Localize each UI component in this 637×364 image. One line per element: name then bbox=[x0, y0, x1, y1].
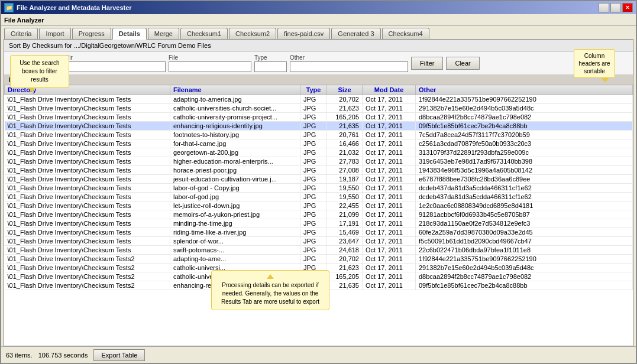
table-cell: JPG bbox=[300, 228, 327, 237]
table-cell: JPG bbox=[300, 175, 327, 184]
table-cell: Oct 17, 2011 bbox=[363, 113, 416, 122]
table-row: \01_Flash Drive Inventory\Checksum Tests… bbox=[5, 113, 633, 122]
table-cell: Oct 17, 2011 bbox=[363, 122, 416, 131]
tab-checksum1[interactable]: Checksum1 bbox=[180, 28, 228, 39]
tabs-bar: Criteria Import Progress Details Merge C… bbox=[1, 26, 636, 39]
table-cell: 19,187 bbox=[327, 175, 363, 184]
tab-checksum2[interactable]: Checksum2 bbox=[229, 28, 276, 39]
file-input[interactable] bbox=[169, 61, 251, 72]
filter-button[interactable]: Filter bbox=[411, 57, 443, 70]
export-table-button[interactable]: Export Table bbox=[93, 349, 145, 361]
table-cell: 165,205 bbox=[327, 272, 363, 281]
table-row: \01_Flash Drive Inventory\Checksum Tests… bbox=[5, 157, 633, 166]
table-cell: higher-education-moral-enterpris... bbox=[170, 157, 300, 166]
table-cell: 19,550 bbox=[327, 184, 363, 193]
table-cell: \01_Flash Drive Inventory\Checksum Tests bbox=[5, 104, 170, 113]
column-hint-arrow bbox=[602, 78, 609, 83]
table-cell: horace-priest-poor.jpg bbox=[170, 166, 300, 175]
table-row: \01_Flash Drive Inventory\Checksum Tests… bbox=[5, 237, 633, 246]
seconds-text: 106.753 seconds bbox=[38, 352, 88, 359]
dir-label: Dir bbox=[65, 54, 73, 61]
items-count: 63 items. bbox=[6, 352, 33, 359]
col-header-other[interactable]: Other bbox=[416, 85, 633, 95]
table-cell: memoirs-of-a-yukon-priest.jpg bbox=[170, 210, 300, 219]
tab-merge[interactable]: Merge bbox=[148, 28, 179, 39]
table-cell: 1e2c0aac6c08808349dcd6895e8d4181 bbox=[416, 202, 633, 210]
file-filter-group: File bbox=[169, 54, 251, 72]
table-cell: \01_Flash Drive Inventory\Checksum Tests bbox=[5, 122, 170, 131]
table-row: \01_Flash Drive Inventory\Checksum Tests… bbox=[5, 210, 633, 219]
close-button[interactable]: ✕ bbox=[622, 3, 633, 12]
col-header-directory[interactable]: Directory bbox=[5, 85, 170, 95]
table-cell: \01_Flash Drive Inventory\Checksum Tests bbox=[5, 184, 170, 193]
table-cell: Oct 17, 2011 bbox=[363, 219, 416, 228]
data-table: Directory Filename Type Size Mod Date Ot… bbox=[4, 84, 633, 290]
type-label: Type bbox=[254, 54, 267, 61]
table-cell: f5c50091b61dd1bd2090cbd49667cb47 bbox=[416, 237, 633, 246]
table-cell: \01_Flash Drive Inventory\Checksum Tests bbox=[5, 193, 170, 202]
table-cell: 3131079f37d22891f293dbfa259e009c bbox=[416, 148, 633, 157]
tab-checksum4[interactable]: Checksum4 bbox=[382, 28, 429, 39]
table-cell: 20,702 bbox=[327, 255, 363, 264]
table-row: \01_Flash Drive Inventory\Checksum Tests… bbox=[5, 219, 633, 228]
table-cell: jesuit-education-cultivation-virtue.j... bbox=[170, 175, 300, 184]
type-input[interactable] bbox=[254, 61, 287, 72]
tab-generated3[interactable]: Generated 3 bbox=[331, 28, 380, 39]
table-cell: catholic-university-promise-project... bbox=[170, 113, 300, 122]
table-cell: Oct 17, 2011 bbox=[363, 193, 416, 202]
table-cell: 22c6b022471b06dbda97bfea1f1011e8 bbox=[416, 246, 633, 255]
other-input[interactable] bbox=[290, 61, 408, 72]
tab-import[interactable]: Import bbox=[39, 28, 70, 39]
tab-criteria[interactable]: Criteria bbox=[4, 28, 38, 39]
table-cell: JPG bbox=[300, 237, 327, 246]
col-header-filename[interactable]: Filename bbox=[170, 85, 300, 95]
table-cell: 21,099 bbox=[327, 210, 363, 219]
table-cell: Oct 17, 2011 bbox=[363, 210, 416, 219]
col-header-moddate[interactable]: Mod Date bbox=[363, 85, 416, 95]
table-row: \01_Flash Drive Inventory\Checksum Tests… bbox=[5, 264, 633, 272]
details-label: Details bbox=[4, 75, 633, 84]
minimize-button[interactable]: _ bbox=[599, 3, 609, 12]
tab-fines-paid[interactable]: fines-paid.csv bbox=[277, 28, 330, 39]
table-cell: 1943834e96f53d5c1996a4a605b08142 bbox=[416, 166, 633, 175]
dir-filter-group: Dir bbox=[65, 54, 166, 72]
table-cell: \01_Flash Drive Inventory\Checksum Tests bbox=[5, 202, 170, 210]
table-cell: JPG bbox=[300, 264, 327, 272]
table-cell: \01_Flash Drive Inventory\Checksum Tests bbox=[5, 219, 170, 228]
dir-input[interactable] bbox=[65, 61, 166, 72]
maximize-button[interactable]: □ bbox=[610, 3, 621, 12]
table-cell: Oct 17, 2011 bbox=[363, 237, 416, 246]
table-cell: JPG bbox=[300, 131, 327, 139]
title-bar: 📁 File Analyzer and Metadata Harvester _… bbox=[1, 1, 636, 14]
tab-details[interactable]: Details bbox=[112, 28, 147, 40]
table-cell: JPG bbox=[300, 193, 327, 202]
table-cell: let-justice-roll-down.jpg bbox=[170, 202, 300, 210]
table-cell: JPG bbox=[300, 281, 327, 290]
table-row: \01_Flash Drive Inventory\Checksum Tests… bbox=[5, 255, 633, 264]
table-cell: catholic-universit... bbox=[170, 272, 300, 281]
clear-button[interactable]: Clear bbox=[446, 57, 479, 70]
table-cell: Oct 17, 2011 bbox=[363, 246, 416, 255]
table-container[interactable]: Directory Filename Type Size Mod Date Ot… bbox=[4, 84, 633, 346]
table-row: \01_Flash Drive Inventory\Checksum Tests… bbox=[5, 281, 633, 290]
col-header-size[interactable]: Size bbox=[327, 85, 363, 95]
table-row: \01_Flash Drive Inventory\Checksum Tests… bbox=[5, 184, 633, 193]
table-cell: 1f92844e221a335751be9097662252190 bbox=[416, 95, 633, 104]
table-row: \01_Flash Drive Inventory\Checksum Tests… bbox=[5, 122, 633, 131]
tab-progress[interactable]: Progress bbox=[72, 28, 111, 39]
table-cell: 1f92844e221a335751be9097662252190 bbox=[416, 255, 633, 264]
table-cell: Oct 17, 2011 bbox=[363, 131, 416, 139]
table-cell: JPG bbox=[300, 148, 327, 157]
table-cell: riding-time-like-a-river.jpg bbox=[170, 228, 300, 237]
table-cell: \01_Flash Drive Inventory\Checksum Tests bbox=[5, 175, 170, 184]
window-title: File Analyzer and Metadata Harvester bbox=[17, 4, 132, 11]
table-cell: dcdeb437da81d3a5cdda466311cf1e62 bbox=[416, 193, 633, 202]
table-cell: enhancing-religi... bbox=[170, 281, 300, 290]
table-cell: 21,635 bbox=[327, 122, 363, 131]
table-cell: e6787f888bee7308fc28bd36aa6c89ee bbox=[416, 175, 633, 184]
table-cell: for-that-i-came.jpg bbox=[170, 139, 300, 148]
table-cell: 24,618 bbox=[327, 246, 363, 255]
table-row: \01_Flash Drive Inventory\Checksum Tests… bbox=[5, 228, 633, 237]
table-cell: 09f5bfc1e85bf61cec7be2b4ca8c88bb bbox=[416, 122, 633, 131]
col-header-type[interactable]: Type bbox=[300, 85, 327, 95]
